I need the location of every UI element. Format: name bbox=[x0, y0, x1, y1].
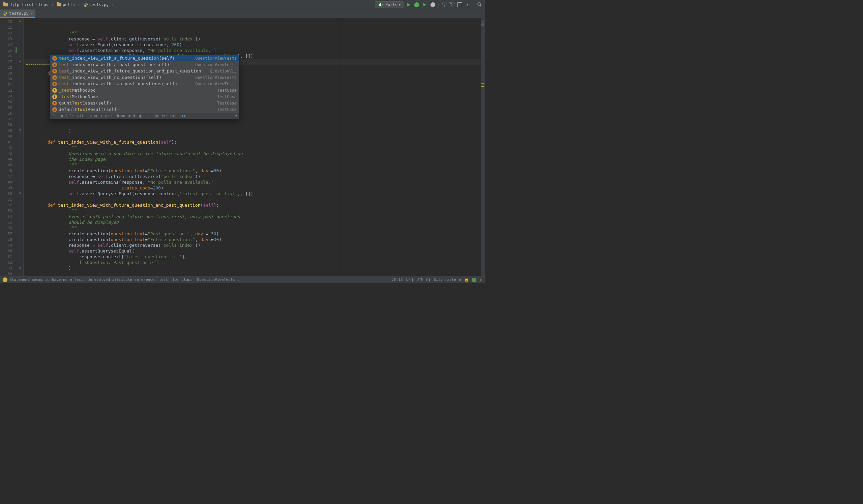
fold-gutter-line[interactable]: ⊟ bbox=[16, 265, 23, 270]
code-line[interactable] bbox=[24, 134, 485, 139]
completion-item[interactable]: mtest_index_view_with_a_past_question(se… bbox=[50, 61, 239, 68]
fold-gutter-line[interactable] bbox=[16, 207, 23, 213]
gutter-line-number[interactable]: 26 bbox=[0, 53, 16, 59]
code-line[interactable]: the index page. bbox=[24, 156, 485, 162]
cursor-position[interactable]: 25:18 bbox=[392, 277, 403, 282]
vcs-update-button[interactable]: VCS ↓ bbox=[442, 2, 447, 8]
completion-item[interactable]: mdefaultTestResult(self)TestCase bbox=[50, 106, 239, 113]
fold-marker-icon[interactable]: ⊟ bbox=[18, 191, 21, 194]
gutter-line-number[interactable]: 29 bbox=[0, 71, 16, 76]
gutter-line-number[interactable]: 23 bbox=[0, 36, 16, 42]
fold-gutter-line[interactable]: ⊟ bbox=[16, 58, 23, 64]
completion-item[interactable]: mtest_index_view_with_two_past_questions… bbox=[50, 80, 239, 87]
gutter-line-number[interactable]: 42 bbox=[0, 145, 16, 151]
vcs-commit-button[interactable]: VCS ↑ bbox=[449, 2, 455, 8]
fold-gutter-line[interactable] bbox=[16, 53, 23, 58]
fold-gutter-line[interactable] bbox=[16, 167, 23, 173]
code-line[interactable]: response.context['latest_question_list']… bbox=[24, 254, 485, 260]
run-coverage-button[interactable] bbox=[422, 2, 428, 8]
code-line[interactable]: response = self.client.get(reverse('poll… bbox=[24, 36, 485, 42]
search-button[interactable] bbox=[477, 2, 483, 8]
code-line[interactable]: def test_index_view_with_future_question… bbox=[24, 202, 485, 208]
fold-gutter-line[interactable] bbox=[16, 81, 23, 87]
code-line[interactable]: self.assertEqual(response.status_code, 2… bbox=[24, 42, 485, 48]
gutter-line-number[interactable]: 52 bbox=[0, 202, 16, 208]
fold-gutter-line[interactable] bbox=[16, 64, 23, 70]
fold-gutter-line[interactable] bbox=[16, 179, 23, 185]
fold-gutter-line[interactable] bbox=[16, 213, 23, 219]
code-line[interactable]: ['<Question: Past question.>'] bbox=[24, 260, 485, 265]
inspection-indicator-icon[interactable] bbox=[481, 19, 485, 22]
code-line[interactable]: should be displayed. bbox=[24, 219, 485, 225]
code-line[interactable]: """ bbox=[24, 30, 485, 36]
gutter-line-number[interactable]: 63 bbox=[0, 265, 16, 271]
gutter-line-number[interactable]: 41 bbox=[0, 139, 16, 145]
breadcrumb-item-folder[interactable]: polls bbox=[55, 2, 76, 8]
code-line[interactable]: create_question(question_text="Future qu… bbox=[24, 237, 485, 242]
code-line[interactable]: self.assertQuerysetEqual( bbox=[24, 248, 485, 254]
run-config-dropdown[interactable]: dj Polls ▼ bbox=[375, 1, 404, 8]
fold-gutter-line[interactable] bbox=[16, 87, 23, 93]
gutter-line-number[interactable]: 61 bbox=[0, 254, 16, 260]
gutter-line-number[interactable]: 40 bbox=[0, 134, 16, 139]
gutter-line-number[interactable]: 36 bbox=[0, 111, 16, 116]
fold-gutter-line[interactable] bbox=[16, 162, 23, 167]
gutter-line-number[interactable]: 45 bbox=[0, 162, 16, 168]
debug-button[interactable] bbox=[414, 2, 420, 8]
fold-gutter-line[interactable] bbox=[16, 139, 23, 144]
gutter-line-number[interactable]: 58 bbox=[0, 237, 16, 242]
code-line[interactable]: """ bbox=[24, 162, 485, 168]
fold-gutter-line[interactable] bbox=[16, 225, 23, 230]
completion-item[interactable]: mtest_index_view_with_a_future_question(… bbox=[50, 55, 239, 61]
gutter-line-number[interactable]: 54 bbox=[0, 214, 16, 219]
breadcrumb-item-project[interactable]: djtp_first_steps bbox=[2, 2, 50, 8]
fold-gutter-line[interactable] bbox=[16, 230, 23, 236]
gutter-line-number[interactable]: 38 bbox=[0, 122, 16, 128]
fold-marker-icon[interactable]: ⊟ bbox=[18, 60, 21, 63]
fold-gutter-line[interactable] bbox=[16, 76, 23, 81]
code-line[interactable] bbox=[24, 197, 485, 202]
fold-marker-icon[interactable]: ⊟ bbox=[18, 128, 21, 131]
fold-gutter-line[interactable] bbox=[16, 219, 23, 225]
code-line[interactable]: status_code=200) bbox=[24, 185, 485, 191]
code-line[interactable]: """ bbox=[24, 145, 485, 151]
fold-gutter-line[interactable]: ⊟ bbox=[16, 190, 23, 196]
fold-gutter-line[interactable] bbox=[16, 133, 23, 139]
gutter-line-number[interactable]: 53 bbox=[0, 208, 16, 214]
completion-item[interactable]: mtest_index_view_with_future_question_an… bbox=[50, 68, 239, 74]
gutter-line-number[interactable]: 46 bbox=[0, 168, 16, 174]
fold-gutter-line[interactable] bbox=[16, 47, 23, 53]
scrollbar-track[interactable] bbox=[481, 18, 485, 276]
lock-icon[interactable]: 🔒 bbox=[464, 277, 469, 282]
completion-popup[interactable]: mtest_index_view_with_a_future_question(… bbox=[50, 55, 239, 119]
gutter-line-number[interactable]: 34 bbox=[0, 99, 16, 105]
completion-item[interactable]: f_testMethodDocTestCase bbox=[50, 87, 239, 93]
fold-gutter-line[interactable] bbox=[16, 253, 23, 259]
gutter-line-number[interactable]: 51 bbox=[0, 197, 16, 202]
fold-gutter-line[interactable]: ⊟ bbox=[16, 127, 23, 133]
gutter-line-number[interactable]: 47 bbox=[0, 174, 16, 179]
gutter-line-number[interactable]: 24 bbox=[0, 42, 16, 48]
gutter-line-number[interactable]: 33 bbox=[0, 93, 16, 99]
gutter-line-number[interactable]: 62 bbox=[0, 260, 16, 265]
fold-gutter-line[interactable] bbox=[16, 150, 23, 156]
fold-gutter-line[interactable] bbox=[16, 248, 23, 253]
fold-gutter-line[interactable] bbox=[16, 24, 23, 30]
breadcrumb-item-file[interactable]: tests.py bbox=[82, 2, 110, 8]
changes-button[interactable] bbox=[457, 2, 463, 8]
fold-gutter-line[interactable] bbox=[16, 144, 23, 150]
gutter-line-number[interactable]: 20 bbox=[0, 19, 16, 25]
close-icon[interactable]: × bbox=[30, 11, 33, 16]
vcs-branch[interactable]: Git: master ▲▼ bbox=[434, 277, 461, 282]
code-line[interactable]: create_question(question_text="Future qu… bbox=[24, 168, 485, 174]
code-line[interactable]: self.assertContains(response, "No polls … bbox=[24, 179, 485, 185]
fold-gutter-line[interactable] bbox=[16, 270, 23, 276]
revert-button[interactable]: ↶ bbox=[465, 2, 471, 8]
warning-marker[interactable] bbox=[481, 83, 485, 84]
gutter-line-number[interactable]: 28 bbox=[0, 65, 16, 71]
gutter-line-number[interactable]: 37 bbox=[0, 116, 16, 122]
fold-gutter-line[interactable] bbox=[16, 30, 23, 35]
profile-button[interactable] bbox=[430, 2, 436, 8]
code-line[interactable]: """ bbox=[24, 225, 485, 231]
gutter-line-number[interactable]: 31 bbox=[0, 82, 16, 88]
